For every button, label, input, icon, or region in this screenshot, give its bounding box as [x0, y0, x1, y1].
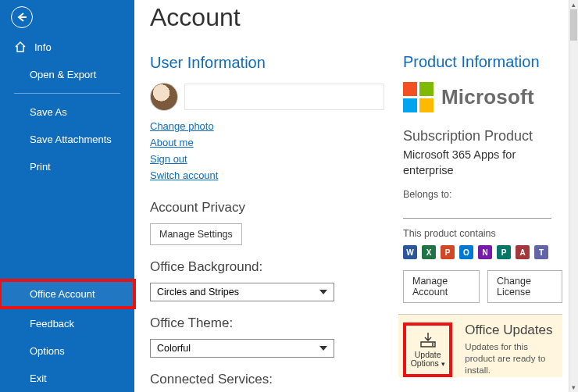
sidebar-item-label: Save As	[30, 106, 67, 118]
product-app-icon: O	[459, 245, 473, 259]
chevron-down-icon: ▾	[441, 360, 445, 368]
manage-account-button[interactable]: Manage Account	[403, 270, 480, 303]
sidebar-item-label: Exit	[30, 372, 47, 384]
about-me-link[interactable]: About me	[150, 137, 194, 148]
office-theme-select[interactable]: Colorful	[150, 339, 334, 358]
sidebar-item-save-attachments[interactable]: Save Attachments	[0, 126, 134, 153]
user-name-box	[184, 84, 384, 110]
update-options-button[interactable]: UpdateOptions ▾	[403, 323, 452, 377]
microsoft-wordmark: Microsoft	[441, 85, 534, 109]
sidebar-divider	[14, 93, 120, 94]
chevron-down-icon	[319, 288, 327, 296]
avatar[interactable]	[150, 83, 178, 111]
sign-out-link[interactable]: Sign out	[150, 153, 187, 165]
product-app-icon: W	[403, 245, 417, 259]
sidebar-item-open-export[interactable]: Open & Export	[0, 61, 134, 88]
sidebar-item-label: Info	[34, 41, 52, 53]
content-area: Account User Information Change photo Ab…	[134, 0, 569, 392]
sidebar-item-label: Feedback	[30, 318, 74, 330]
switch-account-link[interactable]: Switch account	[150, 169, 218, 181]
account-privacy-heading: Account Privacy	[150, 200, 384, 216]
back-button[interactable]	[11, 6, 33, 28]
scroll-up-arrow[interactable]: ▴	[569, 0, 578, 9]
product-app-icon: P	[497, 245, 511, 259]
product-app-icon: P	[441, 245, 455, 259]
sidebar-item-label: Open & Export	[30, 69, 96, 80]
sidebar-item-label: Print	[30, 161, 51, 173]
sidebar-item-label: Office Account	[30, 288, 95, 300]
microsoft-logo: Microsoft	[403, 82, 562, 112]
office-background-heading: Office Background:	[150, 259, 384, 275]
scroll-down-arrow[interactable]: ▾	[569, 383, 578, 392]
user-info-heading: User Information	[150, 54, 384, 72]
microsoft-squares-icon	[403, 82, 434, 112]
product-info-heading: Product Information	[403, 53, 562, 71]
sidebar-item-info[interactable]: Info	[0, 33, 134, 61]
belongs-to-label: Belongs to:	[403, 189, 562, 200]
page-title: Account	[150, 3, 384, 32]
manage-settings-button[interactable]: Manage Settings	[150, 223, 242, 245]
sidebar-active-underline	[14, 308, 120, 308]
sidebar-item-print[interactable]: Print	[0, 153, 134, 180]
sidebar-item-label: Options	[30, 345, 65, 357]
sidebar-item-exit[interactable]: Exit	[0, 365, 134, 392]
sidebar-item-label: Save Attachments	[30, 134, 112, 145]
change-license-button[interactable]: Change License	[487, 270, 562, 303]
office-background-select[interactable]: Circles and Stripes	[150, 283, 334, 301]
sidebar-item-office-account[interactable]: Office Account	[0, 280, 134, 308]
office-updates-panel: UpdateOptions ▾ Office Updates Updates f…	[398, 314, 562, 377]
select-value: Circles and Stripes	[157, 287, 239, 298]
arrow-left-icon	[16, 12, 27, 23]
scrollbar-thumb[interactable]	[570, 9, 577, 41]
update-button-label-1: Update	[415, 350, 441, 359]
product-app-icon: A	[516, 245, 530, 259]
backstage-sidebar: Info Open & Export Save As Save Attachme…	[0, 0, 134, 392]
subscription-product-label: Subscription Product	[403, 128, 562, 144]
select-value: Colorful	[157, 343, 191, 354]
product-contains-label: This product contains	[403, 228, 562, 239]
product-app-icons: WXPONPAT	[403, 245, 562, 259]
download-icon	[418, 331, 438, 348]
change-photo-link[interactable]: Change photo	[150, 120, 214, 132]
connected-services-heading: Connected Services:	[150, 372, 384, 387]
vertical-scrollbar[interactable]: ▴ ▾	[569, 0, 578, 392]
chevron-down-icon	[319, 344, 327, 352]
sidebar-item-save-as[interactable]: Save As	[0, 98, 134, 126]
home-icon	[14, 41, 27, 53]
product-app-icon: X	[422, 245, 436, 259]
subscription-product-name: Microsoft 365 Apps for enterprise	[403, 148, 562, 178]
office-updates-desc: Updates for this product are ready to in…	[465, 341, 558, 376]
sidebar-item-feedback[interactable]: Feedback	[0, 310, 134, 337]
office-theme-heading: Office Theme:	[150, 315, 384, 331]
update-button-label-2: Options	[411, 358, 439, 368]
product-app-icon: T	[534, 245, 548, 259]
belongs-to-value	[403, 203, 551, 219]
office-updates-heading: Office Updates	[465, 323, 558, 338]
product-app-icon: N	[478, 245, 492, 259]
sidebar-item-options[interactable]: Options	[0, 337, 134, 365]
